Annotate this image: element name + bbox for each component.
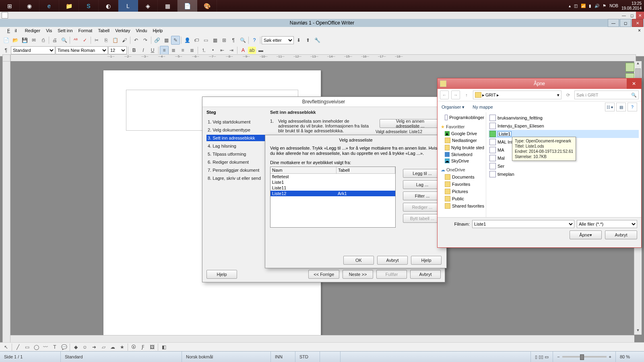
format-paint-icon[interactable]: 🖌 <box>120 36 129 45</box>
filedlg-close-button[interactable]: ✕ <box>627 78 641 89</box>
copy-icon[interactable]: ⎘ <box>101 36 110 45</box>
flowchart-tool[interactable]: ▱ <box>99 343 108 352</box>
help-button[interactable]: ? <box>627 103 637 111</box>
paragraph-style[interactable]: Standard <box>11 46 55 54</box>
tray-volume-icon[interactable]: 🔊 <box>594 4 599 8</box>
wizard-step-5[interactable]: 5. Tilpass utforming <box>206 151 267 157</box>
wizard-next-button[interactable]: Neste >> <box>343 270 373 279</box>
menu-vindu[interactable]: Vindu <box>133 27 149 34</box>
tray-icon[interactable]: ◫ <box>574 4 578 8</box>
tray-network-icon[interactable]: 📶 <box>581 4 586 8</box>
points-tool[interactable]: ⦿ <box>129 343 138 352</box>
select-tool[interactable]: ↖ <box>2 343 10 352</box>
taskbar-app3[interactable]: ◈ <box>138 0 158 12</box>
menu-rediger[interactable]: Rediger <box>23 27 43 34</box>
menu-doc-close[interactable]: × <box>635 28 644 33</box>
align-center[interactable]: ≣ <box>169 46 178 55</box>
menu-fil[interactable]: Fil <box>2 27 22 34</box>
view-multi-icon[interactable]: ▯▯ <box>539 354 543 360</box>
tree-skrivebord[interactable]: Skrivebord <box>438 151 486 158</box>
tray-expand-icon[interactable]: ▴ <box>569 4 571 8</box>
status-style[interactable]: Standard <box>61 352 182 362</box>
spellcheck-icon[interactable]: ᴬᴮ <box>71 36 80 45</box>
autospell-icon[interactable]: ✓ <box>80 36 89 45</box>
wizard-step-2[interactable]: 2. Velg dokumenttype <box>206 127 267 133</box>
print-icon[interactable]: 🖨 <box>50 36 59 45</box>
tray-battery-icon[interactable]: ▮ <box>589 4 591 8</box>
zoom-slider[interactable] <box>562 356 607 358</box>
swap-table-button[interactable]: Bytt tabell ... <box>403 214 442 223</box>
list-row[interactable]: Liste1 <box>270 179 395 185</box>
subdlg-ok-button[interactable]: OK <box>343 256 374 265</box>
scroll-up-icon[interactable]: ▲ <box>634 61 642 68</box>
filedlg-open-button[interactable]: Åpne ▾ <box>570 230 602 239</box>
wizard-step-3[interactable]: 3. Sett inn adresseblokk <box>206 135 267 141</box>
taskbar-explorer[interactable]: 📁 <box>59 0 79 12</box>
save-icon[interactable]: 💾 <box>20 36 29 45</box>
scroll-down-icon[interactable]: ▼ <box>634 328 642 335</box>
wizard-back-button[interactable]: << Forrige <box>308 270 339 279</box>
new-folder-button[interactable]: Ny mappe <box>473 105 493 109</box>
horizontal-ruler[interactable]: ···1······2······3······4······5······6·… <box>10 54 636 62</box>
tree-public[interactable]: Public <box>438 195 486 202</box>
taskbar-calc[interactable]: ▦ <box>158 0 178 12</box>
taskbar-chrome[interactable]: ◉ <box>20 0 39 12</box>
filter-button[interactable]: Filter ... <box>403 191 442 200</box>
align-justify[interactable]: ≣ <box>188 46 196 55</box>
outer-maximize[interactable]: ◻ <box>628 12 636 19</box>
shapes-tool[interactable]: ◆ <box>71 343 80 352</box>
menu-vis[interactable]: Vis <box>43 27 54 34</box>
from-file-tool[interactable]: 🖼 <box>148 343 157 352</box>
bg-color[interactable]: ▬ <box>256 46 265 55</box>
filedlg-cancel-button[interactable]: Avbryt <box>605 230 637 239</box>
horizontal-scrollbar[interactable] <box>10 335 634 343</box>
select-other-list-button[interactable]: Velg en annen adresseliste ... <box>380 119 441 128</box>
tb-icon-e[interactable]: ⊞ <box>220 36 229 45</box>
status-lang[interactable]: Norsk bokmål <box>182 352 271 362</box>
italic-button[interactable]: I <box>139 46 148 55</box>
view-book-icon[interactable]: ▭ <box>545 354 549 360</box>
pdf-icon[interactable]: ⎙ <box>39 36 47 45</box>
tree-skydrive[interactable]: ☁SkyDrive <box>438 158 486 164</box>
wizard-step-4[interactable]: 4. Lag hilsning <box>206 143 267 149</box>
tray-flag-icon[interactable]: ⚑ <box>603 4 606 8</box>
folder-tree[interactable]: Programkoblinger ★ Favoritter ▲Google Dr… <box>438 112 486 222</box>
search-opts-icon[interactable]: 🔧 <box>313 36 322 45</box>
tree-programkoblinger[interactable]: Programkoblinger <box>438 114 486 121</box>
refresh-button[interactable]: ⟳ <box>564 91 572 99</box>
subdlg-help-button[interactable]: Hjelp <box>411 256 442 265</box>
close-button[interactable]: ✕ <box>632 19 643 27</box>
zoom-percent[interactable]: 80 % <box>616 352 644 362</box>
edit-button[interactable]: Rediger ... <box>403 203 442 212</box>
tray-lang[interactable]: NOB <box>609 4 618 8</box>
symbol-tool[interactable]: ☺ <box>80 343 89 352</box>
tb-icon-b[interactable]: 🏷 <box>192 36 201 45</box>
menu-verktoy[interactable]: Verktøy <box>113 27 132 34</box>
taskbar-paint[interactable]: 🎨 <box>197 0 217 12</box>
col-name[interactable]: Navn <box>270 167 336 173</box>
taskbar-ie[interactable]: e <box>39 0 59 12</box>
sidepanel-btn-1[interactable] <box>625 63 634 72</box>
zoom-out-icon[interactable]: − <box>557 354 559 359</box>
font-color[interactable]: A <box>239 46 248 55</box>
highlight-toggle[interactable]: ✎ <box>171 36 180 45</box>
taskbar-app2[interactable]: L <box>118 0 138 12</box>
underline-button[interactable]: U <box>148 46 157 55</box>
tree-favorites[interactable]: Favorites <box>438 181 486 188</box>
tb-icon-c[interactable]: ▭ <box>201 36 210 45</box>
fontwork-tool[interactable]: Ƒ <box>138 343 147 352</box>
filename-combo[interactable]: Liste1 <box>472 220 574 228</box>
text-tool[interactable]: T <box>50 343 59 352</box>
filetype-combo[interactable]: Alle filer (*.*) <box>577 220 637 228</box>
search-up-icon[interactable]: ⬆ <box>303 36 312 45</box>
menu-hjelp[interactable]: Hjelp <box>150 27 165 34</box>
zoom-control[interactable]: − + <box>553 352 616 362</box>
ellipse-tool[interactable]: ◯ <box>32 343 41 352</box>
list-row[interactable]: Liste11 <box>270 185 395 191</box>
start-button[interactable]: ⊞ <box>0 0 20 12</box>
tree-documents[interactable]: Documents <box>438 173 486 181</box>
cut-icon[interactable]: ✂ <box>92 36 101 45</box>
bold-button[interactable]: B <box>130 46 138 55</box>
taskbar-skype[interactable]: S <box>79 0 99 12</box>
line-tool[interactable]: ╱ <box>13 343 22 352</box>
